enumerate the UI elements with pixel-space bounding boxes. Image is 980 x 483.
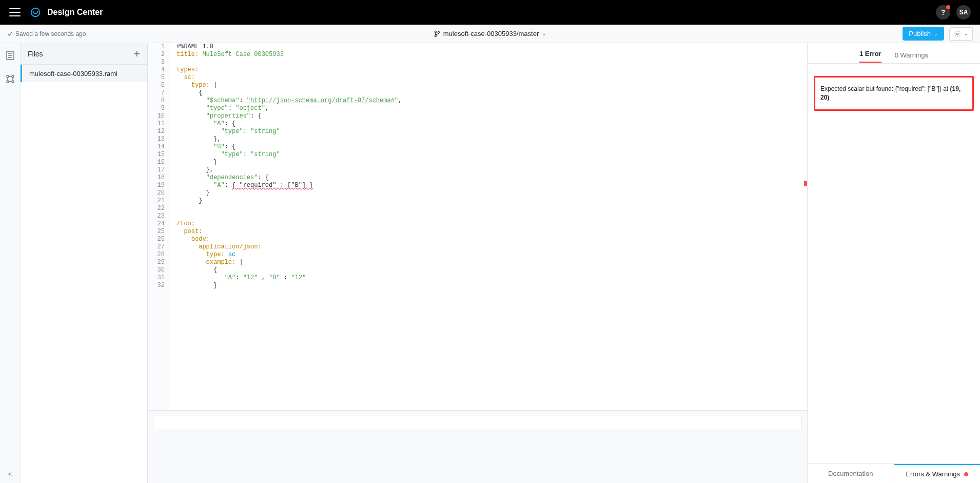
line-number: 15 — [148, 151, 165, 159]
help-button[interactable]: ? — [936, 5, 950, 20]
code-line: } — [177, 189, 402, 197]
gear-icon — [954, 30, 961, 37]
line-number: 10 — [148, 112, 165, 120]
line-number: 3 — [148, 59, 165, 66]
line-number: 17 — [148, 166, 165, 174]
file-name: mulesoft-case-00305933.raml — [29, 70, 117, 78]
line-number: 5 — [148, 74, 165, 82]
publish-label: Publish — [909, 30, 931, 37]
code-line: }, — [177, 136, 402, 143]
files-panel: Files + mulesoft-case-00305933.raml — [21, 43, 148, 483]
code-editor[interactable]: 1234567891011121314151617181920212223242… — [148, 43, 807, 410]
settings-button[interactable]: ⌄ — [949, 27, 973, 41]
line-number: 4 — [148, 66, 165, 74]
files-heading: Files — [28, 50, 43, 58]
files-panel-header: Files + — [21, 43, 147, 65]
file-row[interactable]: mulesoft-case-00305933.raml — [21, 65, 147, 82]
publish-button[interactable]: Publish ⌄ — [903, 27, 944, 41]
mocking-bar[interactable] — [153, 416, 802, 430]
code-line — [177, 212, 402, 220]
tab-errors-warnings-label: Errors & Warnings — [906, 470, 960, 478]
line-number: 28 — [148, 251, 165, 259]
tab-errors-warnings[interactable]: Errors & Warnings — [894, 464, 981, 483]
editor-bottom-pane — [148, 410, 807, 483]
line-number: 18 — [148, 174, 165, 182]
code-line: sc: — [177, 74, 402, 82]
error-text: Expected scalar but found: {"required": … — [820, 85, 950, 92]
left-icon-rail: < — [0, 43, 21, 483]
tab-errors[interactable]: 1 Error — [859, 50, 881, 63]
line-number: 14 — [148, 143, 165, 151]
line-number: 12 — [148, 128, 165, 136]
code-line: types: — [177, 66, 402, 74]
dependencies-icon[interactable] — [5, 74, 15, 84]
code-line: "type": "string" — [177, 128, 402, 136]
avatar[interactable]: SA — [956, 5, 971, 20]
collapse-rail-button[interactable]: < — [0, 471, 20, 478]
code-line: "A": "12" , "B" : "12" — [177, 274, 402, 282]
branch-selector[interactable]: mulesoft-case-00305933/master ⌄ — [434, 30, 546, 37]
line-number: 1 — [148, 43, 165, 51]
code-line: } — [177, 197, 402, 205]
line-gutter: 1234567891011121314151617181920212223242… — [148, 43, 170, 410]
chevron-left-icon: < — [8, 471, 12, 478]
tab-errors-label: 1 Error — [859, 50, 881, 57]
code-line: { — [177, 89, 402, 97]
app-logo-icon — [30, 7, 41, 18]
branch-label: mulesoft-case-00305933/master — [443, 30, 539, 37]
line-number: 8 — [148, 97, 165, 105]
svg-point-2 — [435, 35, 436, 36]
code-line: title: MuleSoft Case 00305933 — [177, 51, 402, 59]
code-line: } — [177, 282, 402, 289]
notification-dot-icon — [946, 5, 950, 9]
tab-warnings[interactable]: 0 Warnings — [895, 51, 928, 63]
files-icon[interactable] — [6, 50, 15, 61]
checkmark-icon — [7, 31, 12, 36]
svg-point-11 — [7, 81, 9, 83]
line-number: 25 — [148, 228, 165, 236]
svg-point-1 — [435, 31, 436, 32]
code-line: #%RAML 1.0 — [177, 43, 402, 51]
code-line: post: — [177, 228, 402, 236]
app-title: Design Center — [47, 8, 103, 17]
schema-link[interactable]: "http://json-schema.org/draft-07/schema#… — [247, 97, 398, 104]
line-number: 21 — [148, 197, 165, 205]
line-number: 11 — [148, 120, 165, 128]
git-branch-icon — [434, 30, 440, 37]
save-status: Saved a few seconds ago — [7, 30, 86, 37]
editor-column: 1234567891011121314151617181920212223242… — [148, 43, 808, 483]
code-line: example: | — [177, 259, 402, 266]
error-line-marker-icon — [804, 181, 807, 186]
svg-point-10 — [12, 75, 14, 78]
line-number: 13 — [148, 136, 165, 143]
code-line: type: | — [177, 82, 402, 89]
avatar-initials: SA — [959, 9, 968, 16]
tab-documentation[interactable]: Documentation — [808, 464, 894, 483]
help-icon: ? — [941, 8, 946, 16]
main-layout: < Files + mulesoft-case-00305933.raml 12… — [0, 43, 980, 483]
line-number: 6 — [148, 82, 165, 89]
chevron-down-icon: ⌄ — [934, 31, 938, 36]
right-bottom-tabs: Documentation Errors & Warnings — [808, 463, 980, 483]
line-number: 24 — [148, 220, 165, 228]
line-number: 32 — [148, 282, 165, 289]
line-number: 30 — [148, 266, 165, 274]
problems-panel: 1 Error 0 Warnings Expected scalar but f… — [808, 43, 980, 483]
line-number: 16 — [148, 159, 165, 166]
code-line — [177, 59, 402, 66]
code-line: "A": { — [177, 120, 402, 128]
code-line: "B": { — [177, 143, 402, 151]
line-number: 26 — [148, 236, 165, 243]
menu-icon[interactable] — [9, 8, 21, 16]
chevron-down-icon: ⌄ — [542, 31, 546, 36]
tab-warnings-label: 0 Warnings — [895, 51, 928, 59]
add-file-button[interactable]: + — [133, 48, 140, 60]
line-number: 20 — [148, 189, 165, 197]
code-line: type: sc — [177, 251, 402, 259]
svg-point-0 — [31, 8, 40, 17]
problems-tabs: 1 Error 0 Warnings — [808, 43, 980, 64]
code-line: "type": "object", — [177, 105, 402, 112]
code-line: "A": { "required" : ["B"] } — [177, 182, 402, 189]
error-message[interactable]: Expected scalar but found: {"required": … — [814, 76, 974, 111]
svg-point-3 — [438, 31, 439, 33]
